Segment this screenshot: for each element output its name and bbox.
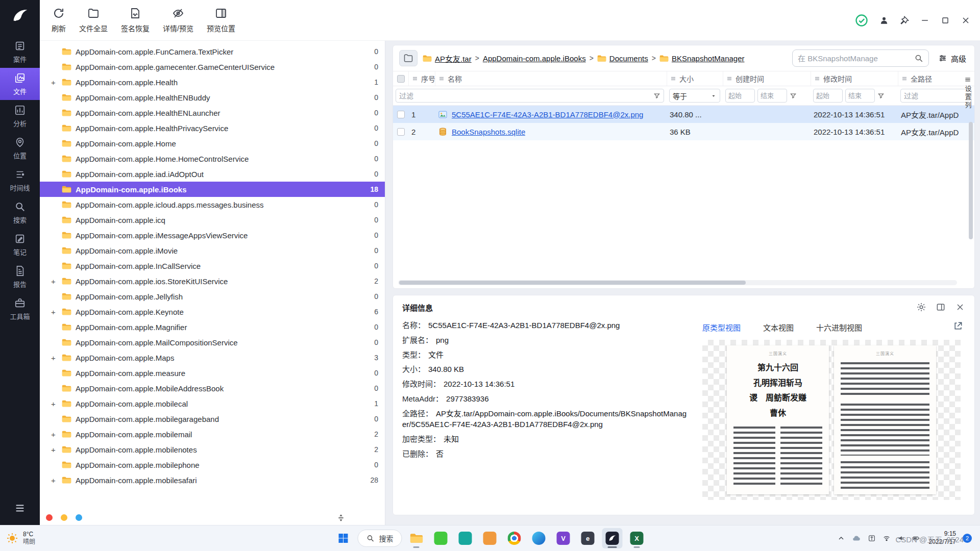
sidebar-item-analysis[interactable]: 分析 — [0, 100, 40, 132]
file-link[interactable]: BookSnapshots.sqlite — [452, 128, 525, 136]
column-header[interactable]: 名称 — [435, 71, 667, 86]
tree-item[interactable]: AppDomain-com.apple.icq 0 — [40, 212, 385, 228]
sidebar-item-notes[interactable]: 笔记 — [0, 229, 40, 261]
modified-end-input[interactable] — [845, 89, 875, 103]
tree-item[interactable]: AppDomain-com.apple.measure 0 — [40, 365, 385, 381]
tree-item[interactable]: AppDomain-com.apple.InCallService 0 — [40, 258, 385, 273]
sidebar-item-search[interactable]: 搜索 — [0, 196, 40, 229]
tree-item[interactable]: AppDomain-com.apple.mobilephone 0 — [40, 457, 385, 472]
wechat-icon[interactable] — [431, 528, 451, 548]
funnel-icon[interactable] — [653, 92, 660, 99]
panel-toggle-icon[interactable] — [936, 302, 946, 312]
size-operator-select[interactable]: 等于 — [669, 89, 720, 103]
detail-preview-button[interactable]: 详情/预览 — [156, 0, 200, 40]
tree-item[interactable]: AppDomain-com.apple.gamecenter.GameCente… — [40, 59, 385, 74]
preview-tab[interactable]: 十六进制视图 — [816, 322, 862, 333]
tree-item[interactable]: AppDomain-com.apple.mobilegarageband 0 — [40, 411, 385, 427]
pin-icon[interactable] — [899, 15, 910, 26]
search-icon[interactable] — [914, 54, 923, 63]
vertical-scrollbar[interactable] — [969, 122, 973, 239]
search-input[interactable] — [798, 54, 911, 63]
tree-item[interactable]: AppDomain-com.apple.Home.HomeControlServ… — [40, 151, 385, 166]
file-explorer-icon[interactable] — [406, 528, 427, 548]
tree-item[interactable]: + AppDomain-com.apple.Maps 3 — [40, 350, 385, 365]
tree-item[interactable]: AppDomain-com.apple.HealthENBuddy 0 — [40, 90, 385, 105]
expand-icon[interactable]: + — [51, 78, 62, 87]
expand-icon[interactable]: + — [51, 399, 62, 408]
tree-item[interactable]: AppDomain-com.apple.icloud.apps.messages… — [40, 197, 385, 212]
tree-item[interactable]: AppDomain-com.apple.Magnifier 0 — [40, 319, 385, 335]
tree-item[interactable]: AppDomain-com.apple.iMovie 0 — [40, 243, 385, 258]
excel-icon[interactable]: X — [627, 528, 647, 548]
sidebar-item-files[interactable]: 文件 — [0, 68, 40, 100]
gear-icon[interactable] — [916, 302, 926, 312]
table-row[interactable]: 1 5C55AE1C-F74E-42A3-A2B1-BD1A778EDBF4@2… — [393, 106, 974, 123]
tree-item[interactable]: + AppDomain-com.apple.mobilecal 1 — [40, 396, 385, 411]
refresh-button[interactable]: 刷新 — [45, 0, 72, 40]
speaker-icon[interactable] — [897, 534, 905, 542]
status-dot-red[interactable] — [46, 514, 53, 521]
tree-item[interactable]: AppDomain-com.apple.MailCompositionServi… — [40, 335, 385, 350]
name-filter-input[interactable] — [399, 92, 651, 100]
signature-recovery-button[interactable]: 签名恢复 — [114, 0, 156, 40]
tree-item[interactable]: + AppDomain-com.apple.Keynote 6 — [40, 304, 385, 319]
preview-tab[interactable]: 文本视图 — [763, 322, 794, 333]
breadcrumb-item[interactable]: AP女友.tar — [423, 53, 472, 64]
taskbar-weather[interactable]: 8°C 晴朗 — [0, 531, 128, 546]
orange-folder-app-icon[interactable] — [480, 528, 500, 548]
expand-icon[interactable]: + — [51, 476, 62, 485]
start-button[interactable] — [333, 528, 354, 548]
close-icon[interactable] — [961, 15, 971, 26]
table-row[interactable]: 2 BookSnapshots.sqlite 36 KB 2022-10-13 … — [393, 123, 974, 140]
tree-item[interactable]: AppDomain-com.apple.Home 0 — [40, 136, 385, 151]
tree-item[interactable]: AppDomain-com.apple.MobileAddressBook 0 — [40, 381, 385, 396]
tree-item[interactable]: AppDomain-com.apple.HealthPrivacyService… — [40, 120, 385, 136]
notification-badge[interactable]: 2 — [963, 534, 972, 543]
tree-item[interactable]: AppDomain-com.apple.iBooks 18 — [40, 182, 385, 197]
column-header[interactable]: 创建时间 — [723, 71, 811, 86]
horizontal-scrollbar[interactable] — [398, 280, 957, 285]
max-icon[interactable] — [940, 15, 950, 26]
root-folder-button[interactable] — [399, 50, 418, 66]
dark-app-icon[interactable]: e — [578, 528, 598, 548]
sidebar-item-timeline[interactable]: 时间线 — [0, 164, 40, 196]
min-icon[interactable] — [920, 15, 930, 26]
cloud-icon[interactable] — [852, 534, 861, 543]
show-all-files-button[interactable]: 文件全显 — [72, 0, 114, 40]
breadcrumb-item[interactable]: AppDomain-com.apple.iBooks — [483, 54, 586, 63]
created-start-input[interactable] — [725, 89, 755, 103]
file-link[interactable]: 5C55AE1C-F74E-42A3-A2B1-BD1A778EDBF4@2x.… — [452, 110, 643, 119]
modified-start-input[interactable] — [813, 89, 843, 103]
taskbar-clock[interactable]: 9:15 2022/7/17 — [929, 530, 956, 546]
funnel-icon[interactable] — [877, 92, 885, 99]
tree-item[interactable]: + AppDomain-com.apple.mobilemail 2 — [40, 427, 385, 442]
tray-expand-icon[interactable] — [837, 534, 845, 542]
tree-item[interactable]: AppDomain-com.apple.HealthENLauncher 0 — [40, 105, 385, 120]
preview-tab[interactable]: 原类型视图 — [702, 322, 741, 333]
v-app-icon[interactable]: V — [553, 528, 574, 548]
preview-position-button[interactable]: 预览位置 — [200, 0, 242, 40]
row-checkbox[interactable] — [397, 111, 405, 118]
status-dot-yellow[interactable] — [61, 514, 67, 521]
status-dot-blue[interactable] — [76, 514, 82, 521]
select-all-checkbox[interactable] — [397, 75, 405, 83]
sidebar-item-case[interactable]: 案件 — [0, 36, 40, 68]
ime-icon[interactable] — [868, 534, 876, 542]
wifi-icon[interactable] — [883, 534, 891, 542]
taskbar-search[interactable]: 搜索 — [358, 530, 402, 547]
splitter-handle[interactable] — [337, 514, 345, 524]
column-settings-tab[interactable]: 设置列 — [962, 76, 973, 110]
path-filter-input[interactable] — [904, 92, 968, 100]
chrome-icon[interactable] — [504, 528, 525, 548]
advanced-search-button[interactable]: 高级 — [938, 53, 966, 64]
tree-item[interactable]: + AppDomain-com.apple.mobilesafari 28 — [40, 472, 385, 488]
breadcrumb-item[interactable]: Documents — [597, 54, 648, 63]
expand-icon[interactable]: + — [51, 430, 62, 439]
tree-item[interactable]: + AppDomain-com.apple.ios.StoreKitUIServ… — [40, 273, 385, 289]
tree-item[interactable]: AppDomain-com.apple.FunCamera.TextPicker… — [40, 44, 385, 59]
tree-item[interactable]: AppDomain-com.apple.Jellyfish 0 — [40, 289, 385, 304]
details-close-icon[interactable] — [955, 302, 965, 312]
scrollbar-thumb[interactable] — [399, 281, 746, 285]
sidebar-item-toolbox[interactable]: 工具箱 — [0, 293, 40, 325]
sidebar-menu-button[interactable] — [14, 503, 26, 516]
